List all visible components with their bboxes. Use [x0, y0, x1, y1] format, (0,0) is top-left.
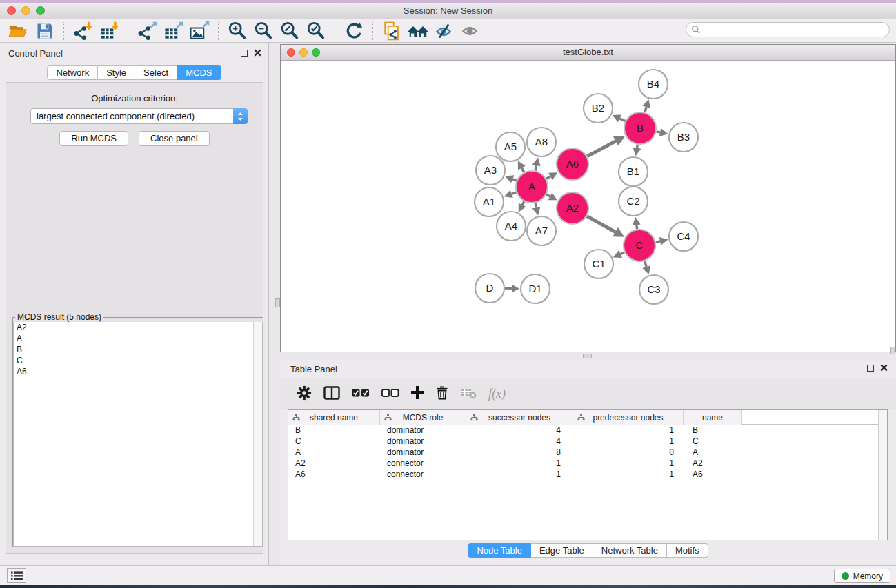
delete-table-button[interactable]	[460, 387, 477, 402]
close-panel-button[interactable]: Close panel	[139, 131, 210, 146]
graph-node-D1[interactable]: D1	[521, 274, 550, 303]
export-image-button[interactable]	[186, 21, 212, 41]
graph-edge[interactable]	[637, 225, 637, 229]
table-cell[interactable]: dominator	[380, 447, 466, 458]
result-item[interactable]: C	[14, 355, 262, 366]
graph-node-C1[interactable]: C1	[584, 250, 613, 278]
tab-network-table[interactable]: Network Table	[593, 543, 667, 558]
network-zoom-button[interactable]	[312, 48, 320, 57]
result-item[interactable]: A	[14, 333, 262, 344]
graph-node-A4[interactable]: A4	[497, 212, 526, 241]
graph-edge[interactable]	[656, 241, 660, 242]
table-cell[interactable]: B	[684, 425, 742, 436]
refresh-button[interactable]	[341, 21, 367, 41]
search-box[interactable]	[686, 22, 890, 37]
close-panel-icon[interactable]	[254, 49, 261, 57]
zoom-selected-button[interactable]	[303, 21, 329, 41]
table-cell[interactable]: C	[684, 436, 742, 447]
run-mcds-button[interactable]: Run MCDS	[59, 131, 128, 146]
table-cell[interactable]: 1	[573, 458, 684, 469]
create-column-button[interactable]	[411, 386, 424, 402]
graph-edge[interactable]	[637, 145, 637, 148]
table-cell[interactable]: A6	[684, 469, 742, 480]
show-hidden-panels-button[interactable]	[7, 568, 26, 583]
table-cell[interactable]: dominator	[380, 436, 466, 447]
table-cell[interactable]: 1	[573, 425, 684, 436]
tab-edge-table[interactable]: Edge Table	[531, 543, 593, 558]
import-table-button[interactable]	[96, 21, 122, 41]
graph-edge[interactable]	[644, 261, 646, 267]
zoom-window-button[interactable]	[36, 6, 45, 15]
home-button[interactable]	[405, 21, 431, 41]
node-table[interactable]: shared name MCDS role successor nodes pr…	[288, 409, 888, 540]
network-close-button[interactable]	[287, 48, 295, 57]
table-settings-button[interactable]	[297, 385, 312, 403]
result-item[interactable]: B	[14, 344, 262, 355]
graph-edge[interactable]	[645, 107, 646, 112]
graph-node-D[interactable]: D	[475, 274, 504, 303]
column-browser-button[interactable]	[323, 386, 340, 403]
export-table-button[interactable]	[160, 21, 186, 41]
graph-node-A3[interactable]: A3	[476, 156, 505, 185]
table-row[interactable]: Cdominator41C	[288, 436, 887, 447]
graph-edge[interactable]	[535, 165, 537, 171]
network-window-titlebar[interactable]: testGlobe.txt	[281, 45, 895, 61]
network-graph-canvas[interactable]: B4B2BB3A5A8A6A3B1AA1C2A2A4A7C4CC1C3DD1	[281, 61, 895, 352]
tab-mcds[interactable]: MCDS	[177, 65, 221, 80]
table-cell[interactable]: A2	[288, 458, 380, 469]
tab-network[interactable]: Network	[47, 65, 98, 80]
table-cell[interactable]: 1	[573, 436, 684, 447]
memory-button[interactable]: Memory	[834, 569, 890, 583]
graph-edge[interactable]	[657, 132, 661, 132]
graph-edge[interactable]	[619, 119, 625, 121]
graph-node-A[interactable]: A	[516, 171, 548, 203]
result-item[interactable]: A2	[14, 322, 262, 333]
column-header-shared-name[interactable]: shared name	[288, 410, 380, 425]
graph-edge[interactable]	[621, 252, 625, 254]
graph-node-B1[interactable]: B1	[619, 157, 648, 186]
table-cell[interactable]: 1	[573, 469, 684, 480]
result-scrollbar[interactable]	[253, 322, 262, 546]
close-panel-icon[interactable]	[880, 364, 888, 372]
graph-node-B3[interactable]: B3	[669, 123, 698, 152]
column-header-predecessor-nodes[interactable]: predecessor nodes	[573, 410, 684, 425]
table-cell[interactable]: A6	[288, 469, 380, 480]
table-cell[interactable]: B	[288, 425, 380, 436]
search-input[interactable]	[701, 23, 889, 36]
table-cell[interactable]: 1	[466, 469, 573, 480]
deselect-all-columns-button[interactable]	[381, 388, 399, 401]
graph-node-C[interactable]: C	[624, 230, 655, 261]
graph-node-C2[interactable]: C2	[619, 187, 648, 216]
graph-edge[interactable]	[521, 168, 524, 172]
tab-node-table[interactable]: Node Table	[468, 543, 531, 558]
tab-motifs[interactable]: Motifs	[667, 543, 708, 558]
float-panel-icon[interactable]	[867, 365, 874, 372]
delete-column-button[interactable]	[436, 385, 448, 403]
graph-edge[interactable]	[535, 203, 536, 207]
graph-node-C3[interactable]: C3	[639, 275, 668, 304]
save-session-button[interactable]	[32, 21, 58, 41]
mcds-result-list[interactable]: A2ABCA6	[13, 322, 263, 547]
splitter-grip-left[interactable]	[275, 298, 280, 307]
graph-edge[interactable]	[522, 201, 524, 205]
graph-edge[interactable]	[546, 176, 550, 179]
open-session-button[interactable]	[6, 21, 32, 41]
column-header-name[interactable]: name	[684, 410, 742, 425]
tab-select[interactable]: Select	[135, 65, 177, 80]
graph-node-A8[interactable]: A8	[527, 128, 556, 156]
graph-edge[interactable]	[587, 216, 615, 232]
table-cell[interactable]: 4	[466, 425, 573, 436]
graph-node-A1[interactable]: A1	[475, 187, 504, 216]
graph-node-A2[interactable]: A2	[557, 192, 588, 224]
copy-network-button[interactable]	[379, 21, 405, 41]
splitter-grip-bottom[interactable]	[583, 354, 592, 358]
zoom-in-button[interactable]	[224, 21, 250, 41]
column-header-mcds-role[interactable]: MCDS role	[380, 410, 466, 425]
graph-edge[interactable]	[587, 141, 615, 156]
table-scrollbar[interactable]	[878, 410, 887, 540]
graph-edge[interactable]	[512, 179, 516, 181]
table-row[interactable]: A2connector11A2	[288, 458, 887, 469]
table-cell[interactable]: connector	[380, 458, 466, 469]
table-cell[interactable]: 4	[466, 436, 573, 447]
select-all-columns-button[interactable]	[352, 388, 370, 401]
